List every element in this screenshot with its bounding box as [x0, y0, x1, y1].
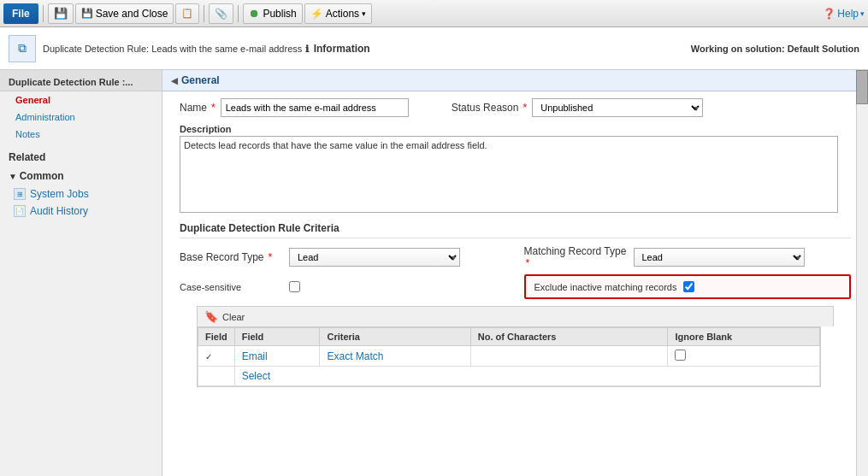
status-reason-select[interactable]: Unpublished — [532, 98, 703, 117]
matching-record-type-label: Matching Record Type * — [524, 245, 627, 269]
content-area: ◀ General Name * Status Reason * Unpubli — [162, 70, 868, 476]
save-as-button[interactable]: 📋 — [175, 3, 199, 24]
system-jobs-icon: ⊞ — [14, 188, 26, 200]
toolbar-separator-1 — [43, 5, 44, 22]
entity-icon: ⧉ — [9, 35, 36, 62]
email-field-link[interactable]: Email — [242, 350, 268, 362]
criteria-title: Duplicate Detection Rule Criteria — [180, 222, 851, 238]
sidebar: Duplicate Detection Rule :... General Ad… — [0, 70, 162, 476]
actions-chevron-icon: ▾ — [362, 9, 366, 18]
actions-label: Actions — [326, 8, 359, 20]
col-criteria: Criteria — [320, 328, 470, 346]
section-collapse-icon[interactable]: ◀ — [171, 76, 178, 85]
header-left: ⧉ Duplicate Detection Rule: Leads with t… — [9, 35, 370, 62]
base-record-type-row: Base Record Type * Lead — [180, 245, 507, 269]
save-button[interactable]: 💾 — [48, 3, 74, 24]
header-bar: ⧉ Duplicate Detection Rule: Leads with t… — [0, 27, 868, 70]
criteria-grid: Base Record Type * Lead Matching Record … — [180, 245, 851, 299]
actions-icon: ⚡ — [310, 8, 323, 20]
criteria-table-body: ✓ Email Exact Match — [198, 346, 820, 386]
save-close-icon: 💾 — [81, 8, 93, 19]
status-field-group: Status Reason * Unpublished — [452, 98, 703, 117]
exclude-inactive-row: Exclude inactive matching records — [534, 281, 841, 292]
base-record-type-select[interactable]: Lead — [289, 248, 460, 267]
num-chars-cell — [470, 346, 668, 367]
help-chevron-icon: ▾ — [860, 9, 865, 18]
actions-button[interactable]: ⚡ Actions ▾ — [304, 3, 372, 24]
sidebar-item-administration[interactable]: Administration — [0, 109, 162, 126]
select-link[interactable]: Select — [242, 370, 270, 382]
header-text: Duplicate Detection Rule: Leads with the… — [43, 43, 370, 55]
form-name-row: Name * Status Reason * Unpublished — [162, 91, 868, 120]
ignore-blank-cell — [668, 346, 820, 367]
audit-history-icon: 📄 — [14, 205, 26, 217]
exclude-inactive-box: Exclude inactive matching records — [524, 274, 852, 299]
sidebar-item-notes[interactable]: Notes — [0, 126, 162, 143]
col-ignore-blank: Ignore Blank — [668, 328, 820, 346]
sidebar-item-general[interactable]: General — [0, 91, 162, 109]
status-reason-label: Status Reason * — [452, 102, 527, 114]
row-expand-cell: ✓ — [198, 346, 235, 367]
col-field: Field — [198, 328, 235, 346]
exclude-inactive-label: Exclude inactive matching records — [534, 282, 677, 292]
solution-label: Working on solution: Default Solution — [691, 44, 859, 54]
help-label: Help — [837, 8, 859, 20]
scrollbar-thumb[interactable] — [856, 70, 868, 104]
name-label: Name * — [180, 102, 216, 114]
case-sensitive-checkbox[interactable] — [289, 281, 300, 292]
file-button[interactable]: File — [3, 3, 38, 24]
criteria-table-head: Field Field Criteria No. of Characters I… — [198, 328, 820, 346]
clear-icon: 🔖 — [204, 310, 218, 323]
help-button[interactable]: ❓ Help ▾ — [823, 8, 865, 20]
row-expand-icon[interactable]: ✓ — [205, 352, 212, 361]
criteria-table: Field Field Criteria No. of Characters I… — [197, 326, 821, 387]
audit-history-label: Audit History — [30, 205, 88, 217]
clear-button[interactable]: Clear — [222, 312, 245, 322]
common-title: ▼ Common — [0, 167, 162, 185]
sidebar-item-system-jobs[interactable]: ⊞ System Jobs — [0, 185, 162, 203]
common-expand-icon: ▼ — [9, 172, 20, 181]
related-title: Related — [0, 143, 162, 167]
base-record-type-label: Base Record Type * — [180, 251, 282, 263]
clear-toolbar: 🔖 Clear — [197, 306, 834, 326]
col-field-name: Field — [234, 328, 320, 346]
toolbar: File 💾 💾 Save and Close 📋 📎 ⏺ Publish ⚡ … — [0, 0, 868, 27]
attach-button[interactable]: 📎 — [209, 3, 233, 24]
base-record-select-wrapper: Lead — [289, 248, 460, 267]
save-close-label: Save and Close — [96, 8, 168, 20]
general-section-header: ◀ General — [162, 70, 868, 91]
toolbar-separator-3 — [238, 5, 239, 22]
save-icon: 💾 — [54, 7, 68, 20]
criteria-section: Duplicate Detection Rule Criteria Base R… — [162, 215, 868, 394]
exclude-inactive-checkbox[interactable] — [683, 281, 694, 292]
info-icon: ℹ — [305, 44, 309, 54]
matching-record-type-select[interactable]: Lead — [634, 248, 805, 267]
toolbar-separator-2 — [204, 5, 204, 22]
table-row: ✓ Email Exact Match — [198, 346, 820, 367]
attach-icon: 📎 — [215, 8, 227, 20]
description-label: Description — [162, 120, 868, 136]
ignore-blank-checkbox[interactable] — [675, 350, 686, 361]
publish-button[interactable]: ⏺ Publish — [243, 3, 302, 24]
status-required: * — [523, 102, 528, 114]
save-as-icon: 📋 — [181, 8, 193, 19]
matching-record-select-wrapper: Lead — [634, 248, 805, 267]
select-row: Select — [198, 367, 820, 386]
matching-record-type-row: Matching Record Type * Lead — [524, 245, 852, 269]
scrollbar-track — [856, 70, 868, 476]
name-required: * — [211, 102, 216, 114]
main-layout: Duplicate Detection Rule :... General Ad… — [0, 70, 868, 476]
publish-label: Publish — [263, 8, 296, 20]
save-close-button[interactable]: 💾 Save and Close — [75, 3, 174, 24]
description-textarea[interactable]: Detects lead records that have the same … — [180, 136, 838, 213]
sidebar-item-audit-history[interactable]: 📄 Audit History — [0, 203, 162, 220]
system-jobs-label: System Jobs — [30, 188, 89, 200]
breadcrumb: Duplicate Detection Rule: Leads with the… — [43, 44, 302, 54]
case-sensitive-label: Case-sensitive — [180, 282, 282, 292]
select-cell: Select — [234, 367, 819, 386]
case-sensitive-row: Case-sensitive — [180, 274, 507, 299]
name-input[interactable] — [221, 98, 409, 117]
sidebar-section-title: Duplicate Detection Rule :... — [0, 70, 162, 91]
exact-match-link[interactable]: Exact Match — [327, 350, 383, 362]
email-field-cell: Email — [234, 346, 320, 367]
